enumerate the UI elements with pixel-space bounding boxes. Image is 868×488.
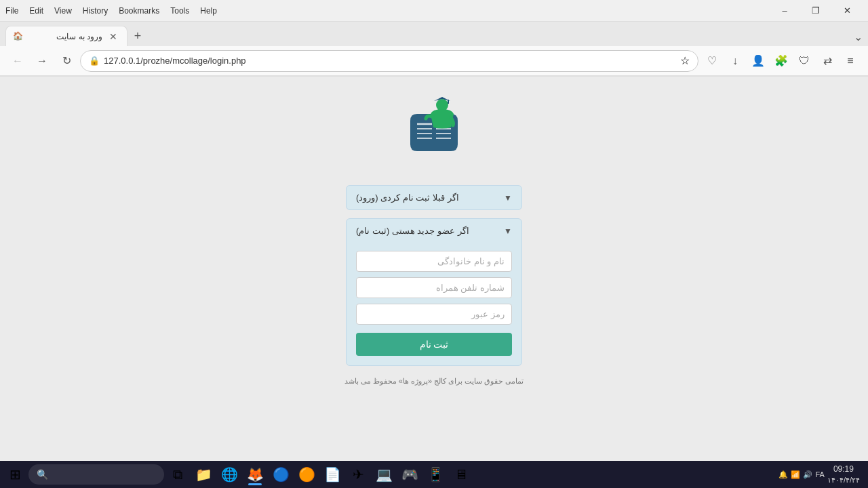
register-card-body: ثبت نام [347, 243, 521, 365]
minimize-button[interactable]: – [769, 0, 800, 22]
menu-view[interactable]: View [54, 6, 72, 16]
reload-button[interactable]: ↻ [56, 50, 77, 72]
toolbar-icons: ♡ ↓ 👤 🧩 🛡 ⇄ ≡ [701, 50, 861, 72]
pocket-button[interactable]: ♡ [701, 50, 723, 72]
download-button[interactable]: ↓ [724, 50, 746, 72]
sync-button[interactable]: ⇄ [816, 50, 838, 72]
svg-rect-10 [448, 100, 449, 104]
page-footer: تمامی حقوق سایت برای کالج «پروژه ها» محف… [344, 374, 524, 388]
menu-button[interactable]: ≡ [840, 50, 861, 72]
security-icon: 🔒 [89, 56, 100, 66]
password-input[interactable] [356, 304, 512, 325]
browser-chrome: 🏠 ورود به سایت ✕ + ⌄ ← → ↻ 🔒 ☆ ♡ ↓ 👤 🧩 🛡… [0, 22, 868, 77]
tab-title: ورود به سایت [28, 32, 102, 41]
tab-favicon: 🏠 [13, 31, 24, 42]
new-tab-button[interactable]: + [127, 26, 148, 46]
site-logo [393, 90, 475, 171]
menu-history[interactable]: History [83, 6, 108, 16]
register-card-arrow: ▼ [504, 226, 512, 236]
os-titlebar: File Edit View History Bookmarks Tools H… [0, 0, 868, 22]
address-bar[interactable]: 🔒 ☆ [80, 50, 698, 72]
menu-tools[interactable]: Tools [170, 6, 189, 16]
menu-file[interactable]: File [5, 6, 18, 16]
shield-button[interactable]: 🛡 [793, 50, 815, 72]
register-submit-button[interactable]: ثبت نام [356, 333, 512, 356]
login-card-arrow: ▼ [504, 193, 512, 203]
window-controls[interactable]: – ❐ ✕ [769, 0, 863, 22]
name-input[interactable] [356, 251, 512, 272]
address-input[interactable] [104, 56, 676, 66]
extensions-button[interactable]: 🧩 [770, 50, 792, 72]
menu-bookmarks[interactable]: Bookmarks [119, 6, 159, 16]
forward-button[interactable]: → [31, 50, 53, 72]
profile-button[interactable]: 👤 [747, 50, 769, 72]
login-card-header[interactable]: ▼ اگر قبلا ثبت نام کردی (ورود) [347, 186, 521, 209]
os-menu[interactable]: File Edit View History Bookmarks Tools H… [5, 6, 217, 16]
browser-toolbar: ← → ↻ 🔒 ☆ ♡ ↓ 👤 🧩 🛡 ⇄ ≡ [0, 46, 868, 76]
menu-edit[interactable]: Edit [29, 6, 43, 16]
login-card-title: اگر قبلا ثبت نام کردی (ورود) [356, 192, 459, 203]
register-card-header[interactable]: ▼ اگر عضو جدید هستی (ثبت نام) [347, 219, 521, 243]
star-icon[interactable]: ☆ [680, 54, 690, 67]
login-card: ▼ اگر قبلا ثبت نام کردی (ورود) [346, 185, 522, 210]
tab-close-button[interactable]: ✕ [106, 30, 120, 43]
phone-input[interactable] [356, 277, 512, 298]
logo-wrap [393, 90, 475, 174]
register-card-title: اگر عضو جدید هستی (ثبت نام) [356, 226, 469, 236]
back-button[interactable]: ← [7, 50, 28, 72]
tab-bar-overflow[interactable]: ⌄ [854, 30, 863, 46]
page-content: ▼ اگر قبلا ثبت نام کردی (ورود) ▼ اگر عضو… [0, 77, 868, 462]
taskbar: ⊞ 🔍 ⧉ 📁 🌐 🦊 🔵 🟠 📄 ✈ 💻 🎮 📱 🖥 🔔 📶 🔊 [0, 461, 868, 462]
close-button[interactable]: ✕ [831, 0, 863, 22]
tab-bar: 🏠 ورود به سایت ✕ + ⌄ [0, 22, 868, 46]
menu-help[interactable]: Help [200, 6, 217, 16]
register-card: ▼ اگر عضو جدید هستی (ثبت نام) ثبت نام [346, 218, 522, 366]
maximize-button[interactable]: ❐ [800, 0, 831, 22]
browser-tab-active[interactable]: 🏠 ورود به سایت ✕ [5, 26, 127, 46]
